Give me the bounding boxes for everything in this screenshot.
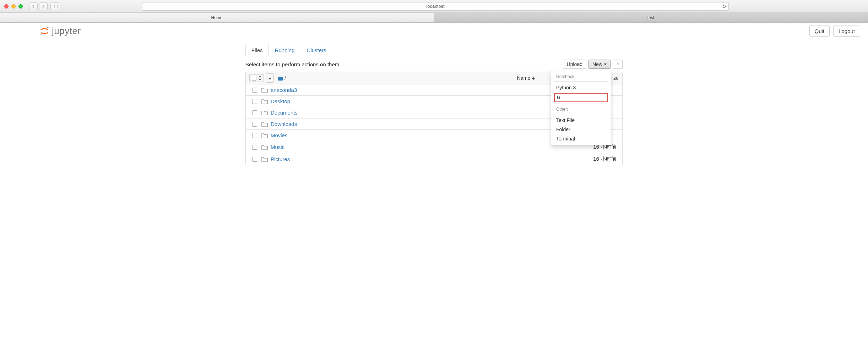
caret-down-icon [268,78,271,80]
reload-icon[interactable]: ↻ [722,4,726,9]
refresh-icon [617,62,619,67]
name-col-label: Name [517,75,530,81]
dropdown-header-notebook: Notebook: [551,73,611,80]
dropdown-item-textfile[interactable]: Text File [551,116,611,125]
breadcrumb-root[interactable]: / [284,75,286,81]
folder-icon [261,145,268,150]
file-link[interactable]: Music [271,144,284,150]
file-link[interactable]: Pictures [271,156,290,162]
dropdown-item-python3[interactable]: Python 3 [551,83,611,92]
close-window-icon[interactable] [4,4,9,9]
divider [554,81,608,82]
jupyter-logo-icon [39,26,50,37]
jupyter-tabs: Files Running Clusters [245,44,623,56]
file-link[interactable]: anaconda3 [271,87,297,93]
file-modified: 16 小时前 [593,156,619,162]
file-row: Pictures16 小时前 [245,153,623,165]
logout-button[interactable]: Logout [833,26,860,37]
folder-icon [261,133,268,138]
selected-count: 0 [259,75,261,81]
tab-clusters[interactable]: Clusters [301,44,332,56]
refresh-button[interactable] [613,60,623,69]
folder-icon [261,122,268,127]
new-button-label: New [592,61,602,67]
row-checkbox[interactable] [252,145,257,150]
new-button[interactable]: New [588,60,611,69]
folder-icon [261,157,268,162]
svg-rect-0 [53,5,58,8]
action-row: Select items to perform actions on them.… [245,56,623,72]
browser-tabs: Home test [0,13,868,23]
svg-point-4 [41,27,42,28]
folder-icon [261,110,268,115]
folder-icon[interactable] [277,76,283,81]
dropdown-header-other: Other: [551,105,611,112]
folder-icon [261,88,268,93]
row-checkbox[interactable] [252,110,257,115]
row-checkbox[interactable] [252,88,257,93]
minimize-window-icon[interactable] [11,4,16,9]
sidebar-toggle-icon[interactable] [50,2,60,10]
divider [554,104,608,104]
row-checkbox[interactable] [252,99,257,104]
divider [554,114,608,114]
back-button[interactable] [29,2,38,10]
folder-icon [261,99,268,104]
caret-down-icon [604,63,607,65]
tab-files[interactable]: Files [245,44,269,56]
browser-toolbar: localhost ↻ [0,0,868,13]
arrow-down-icon [532,76,535,80]
select-all-control[interactable]: 0 [249,74,264,82]
window-controls [4,4,23,9]
quit-button[interactable]: Quit [809,26,830,37]
forward-button[interactable] [39,2,48,10]
svg-point-3 [40,34,42,35]
jupyter-logo[interactable]: jupyter [39,26,81,37]
browser-tab-home[interactable]: Home [0,13,434,22]
action-prompt: Select items to perform actions on them. [245,61,341,67]
row-checkbox[interactable] [252,133,257,138]
file-link[interactable]: Downloads [271,121,297,127]
sort-by-name[interactable]: Name [517,75,535,81]
upload-button[interactable]: Upload [563,60,586,69]
file-link[interactable]: Desktop [271,98,290,104]
svg-point-2 [47,27,49,28]
row-checkbox[interactable] [252,157,257,162]
browser-tab-test[interactable]: test [434,13,868,22]
size-col-partial[interactable]: ze [613,75,619,81]
jupyter-header: jupyter Quit Logout [0,23,868,39]
file-link[interactable]: Documents [271,110,298,116]
dropdown-item-terminal[interactable]: Terminal [551,134,611,143]
jupyter-logo-text: jupyter [52,26,81,37]
url-text: localhost [426,4,444,9]
row-checkbox[interactable] [252,122,257,127]
dropdown-item-r[interactable]: R [554,93,608,102]
dropdown-item-folder[interactable]: Folder [551,125,611,134]
tab-running[interactable]: Running [269,44,301,56]
file-link[interactable]: Movies [271,132,288,138]
new-dropdown: Notebook: Python 3 R Other: Text File Fo… [551,71,611,145]
select-all-checkbox[interactable] [252,76,256,81]
address-bar[interactable]: localhost ↻ [142,2,729,11]
maximize-window-icon[interactable] [18,4,23,9]
select-menu-button[interactable] [266,73,274,83]
